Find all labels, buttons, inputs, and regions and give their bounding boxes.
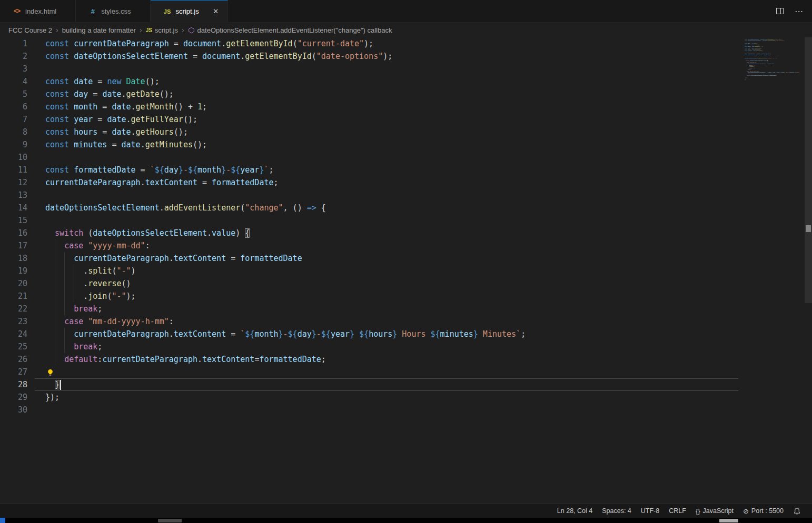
code-line[interactable]: 17 case "yyyy-mm-dd": [0, 239, 812, 252]
code-line[interactable]: 8const hours = date.getHours(); [0, 126, 812, 138]
code-line[interactable]: 16 switch (dateOptionsSelectElement.valu… [0, 227, 812, 239]
line-number[interactable]: 17 [0, 239, 27, 252]
code-line[interactable]: 14dateOptionsSelectElement.addEventListe… [0, 202, 812, 214]
tab-styles-css[interactable]: # styles.css [76, 0, 150, 22]
code-content: const date = new Date(); [35, 75, 738, 88]
status-indentation[interactable]: Spaces: 4 [597, 505, 636, 517]
line-number[interactable]: 1 [0, 37, 27, 50]
code-token: ) [131, 266, 136, 276]
line-number[interactable]: 22 [0, 303, 27, 315]
line-number[interactable]: 6 [0, 100, 27, 113]
more-actions-icon[interactable]: ⋯ [794, 6, 804, 16]
bell-icon [793, 507, 801, 515]
notifications-bell[interactable] [788, 505, 806, 517]
breadcrumb-file[interactable]: JS script.js [146, 26, 178, 34]
code-editor[interactable]: 1const currentDateParagraph = document.g… [0, 37, 812, 504]
code-token: = [188, 52, 202, 61]
code-line[interactable]: 29}); [0, 391, 812, 404]
line-number[interactable]: 2 [0, 50, 27, 63]
code-line[interactable]: 1const currentDateParagraph = document.g… [0, 37, 812, 50]
code-token: const [45, 127, 69, 137]
code-token: , () [283, 203, 307, 213]
line-number[interactable]: 29 [0, 391, 27, 404]
line-number[interactable]: 4 [0, 75, 27, 88]
line-number[interactable]: 15 [0, 214, 27, 227]
line-number[interactable]: 24 [0, 328, 27, 340]
code-line[interactable]: 23 case "mm-dd-yyyy-h-mm": [0, 315, 812, 328]
code-line[interactable]: 7const year = date.getFullYear(); [0, 113, 812, 126]
line-number[interactable]: 8 [0, 126, 27, 138]
line-number[interactable]: 13 [0, 189, 27, 202]
line-number[interactable]: 25 [0, 340, 27, 353]
code-line[interactable]: 21 .join("-"); [0, 290, 812, 303]
tab-script-js[interactable]: JS script.js ✕ [151, 0, 228, 22]
breadcrumb-folder[interactable]: building a date formatter [62, 26, 136, 34]
code-line[interactable]: 30 [0, 404, 812, 416]
line-number[interactable]: 10 [0, 151, 27, 164]
line-number[interactable]: 14 [0, 202, 27, 214]
line-number[interactable]: 20 [0, 277, 27, 290]
close-icon[interactable]: ✕ [211, 6, 221, 17]
code-line[interactable]: 15 [0, 214, 812, 227]
status-language[interactable]: {} JavaScript [691, 505, 738, 517]
line-number[interactable]: 21 [0, 290, 27, 303]
line-number[interactable]: 5 [0, 88, 27, 100]
line-number[interactable]: 7 [0, 113, 27, 126]
code-token: ); [383, 52, 392, 61]
split-editor-icon[interactable] [775, 6, 785, 16]
line-number[interactable]: 27 [0, 366, 27, 378]
code-token: formattedDate [240, 254, 302, 263]
code-line[interactable]: 6const month = date.getMonth() + 1; [0, 100, 812, 113]
breadcrumb-symbol[interactable]: dateOptionsSelectElement.addEventListene… [188, 26, 392, 34]
line-number[interactable]: 23 [0, 315, 27, 328]
code-line[interactable]: 26 default:currentDateParagraph.textCont… [0, 353, 812, 366]
code-line[interactable]: 19 .split("-") [0, 265, 812, 277]
tab-index-html[interactable]: <> index.html [0, 0, 76, 22]
line-number[interactable]: 9 [0, 138, 27, 151]
code-line[interactable]: 10 [0, 151, 812, 164]
line-number[interactable]: 18 [0, 252, 27, 265]
code-content: case "mm-dd-yyyy-h-mm": [35, 315, 738, 328]
code-token: hours [369, 329, 392, 339]
line-number[interactable]: 12 [0, 176, 27, 189]
code-line[interactable]: 5const day = date.getDate(); [0, 88, 812, 100]
code-line[interactable]: 9const minutes = date.getMinutes(); [0, 138, 812, 151]
line-number[interactable]: 11 [0, 164, 27, 176]
status-cursor-position[interactable]: Ln 28, Col 4 [552, 505, 597, 517]
code-line[interactable]: 22 break; [0, 303, 812, 315]
code-line[interactable]: 3 [0, 63, 812, 75]
code-line[interactable]: 4const date = new Date(); [0, 75, 812, 88]
indent-guide [55, 277, 55, 290]
line-number[interactable]: 30 [0, 404, 27, 416]
breadcrumb-folder[interactable]: FCC Course 2 [8, 26, 52, 34]
code-line[interactable]: 24 currentDateParagraph.textContent = `$… [0, 328, 812, 340]
line-number[interactable]: 19 [0, 265, 27, 277]
line-number[interactable]: 16 [0, 227, 27, 239]
line-number[interactable]: 28 [0, 378, 27, 391]
code-token: ; [97, 304, 102, 314]
minimap[interactable]: const currentDateParagraph = document.ge… [745, 38, 804, 95]
code-line[interactable]: 27 [0, 366, 812, 378]
line-number[interactable]: 3 [0, 63, 27, 75]
status-eol[interactable]: CRLF [664, 505, 691, 517]
code-token: (); [145, 77, 160, 86]
vertical-scrollbar[interactable] [805, 37, 812, 504]
code-line[interactable]: 25 break; [0, 340, 812, 353]
code-token: . [131, 102, 136, 112]
status-encoding[interactable]: UTF-8 [636, 505, 664, 517]
code-token: minutes [74, 140, 107, 149]
code-token [122, 77, 126, 86]
status-live-server-port[interactable]: ⊘ Port : 5500 [738, 505, 788, 517]
code-token: getDate [126, 89, 160, 99]
code-line[interactable]: 20 .reverse() [0, 277, 812, 290]
line-number[interactable]: 26 [0, 353, 27, 366]
code-line[interactable]: 28 } [0, 378, 812, 391]
lightbulb-icon[interactable] [46, 368, 54, 376]
code-line[interactable]: 18 currentDateParagraph.textContent = fo… [0, 252, 812, 265]
code-line[interactable]: 2const dateOptionsSelectElement = docume… [0, 50, 812, 63]
scrollbar-thumb[interactable] [805, 37, 812, 303]
code-line[interactable]: 13 [0, 189, 812, 202]
code-line[interactable]: 12currentDateParagraph.textContent = for… [0, 176, 812, 189]
code-line[interactable]: 11const formattedDate = `${day}-${month}… [0, 164, 812, 176]
code-token [45, 342, 74, 351]
